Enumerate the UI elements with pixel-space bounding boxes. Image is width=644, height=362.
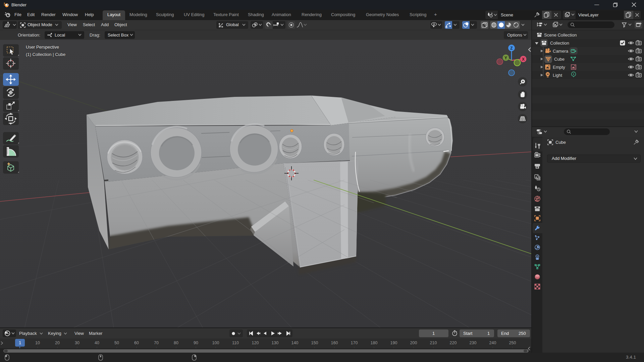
svg-text:220: 220 <box>450 341 457 345</box>
svg-text:180: 180 <box>371 341 378 345</box>
svg-text:230: 230 <box>470 341 477 345</box>
svg-text:Z: Z <box>510 46 513 51</box>
svg-text:100: 100 <box>212 341 219 345</box>
svg-text:120: 120 <box>252 341 259 345</box>
svg-text:70: 70 <box>154 341 159 345</box>
svg-text:190: 190 <box>390 341 397 345</box>
svg-text:20: 20 <box>55 341 60 345</box>
svg-text:110: 110 <box>232 341 239 345</box>
svg-text:200: 200 <box>410 341 417 345</box>
svg-text:10: 10 <box>35 341 40 345</box>
svg-text:170: 170 <box>351 341 358 345</box>
svg-text:40: 40 <box>95 341 99 345</box>
svg-text:90: 90 <box>194 341 198 345</box>
svg-text:130: 130 <box>272 341 279 345</box>
svg-text:X: X <box>522 57 525 62</box>
svg-text:210: 210 <box>430 341 437 345</box>
svg-text:240: 240 <box>489 341 496 345</box>
svg-text:Y: Y <box>504 56 507 60</box>
svg-text:60: 60 <box>134 341 139 345</box>
svg-text:140: 140 <box>291 341 299 345</box>
svg-text:80: 80 <box>174 341 178 345</box>
svg-text:30: 30 <box>75 341 79 345</box>
svg-text:150: 150 <box>311 341 318 345</box>
svg-text:50: 50 <box>114 341 119 345</box>
svg-text:250: 250 <box>509 341 516 345</box>
svg-text:160: 160 <box>331 341 338 345</box>
